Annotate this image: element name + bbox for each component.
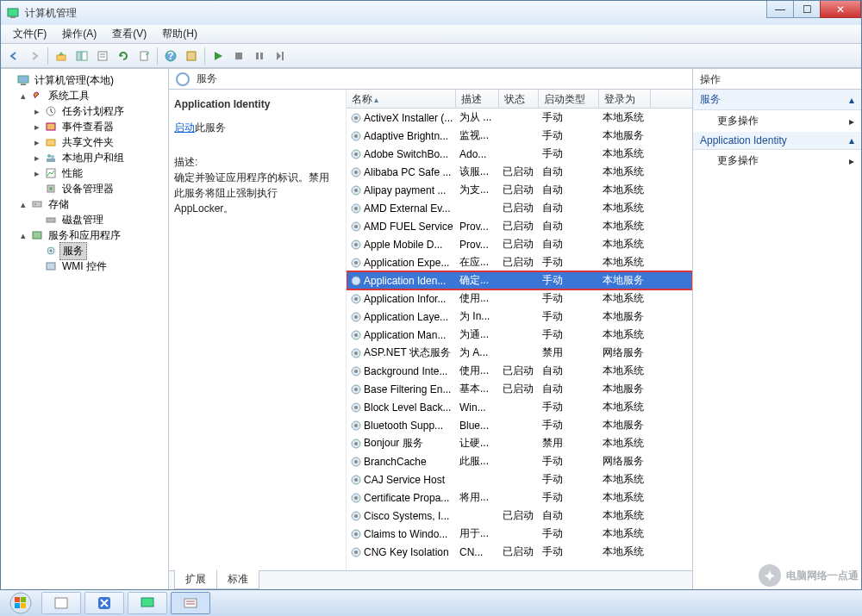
tree-root[interactable]: 计算机管理(本地) — [3, 72, 166, 88]
tree-disk-management[interactable]: 磁盘管理 — [30, 212, 166, 227]
svg-rect-92 — [184, 599, 197, 607]
svg-rect-91 — [141, 598, 153, 607]
wrench-icon — [30, 89, 44, 103]
svg-point-73 — [354, 460, 358, 464]
service-row[interactable]: Apple Mobile D...Prov...已启动自动本地系统 — [347, 235, 692, 253]
list-body[interactable]: ActiveX Installer (...为从 ...手动本地系统Adapti… — [347, 109, 692, 570]
titlebar[interactable]: 计算机管理 — ☐ ✕ — [1, 1, 861, 25]
service-row[interactable]: Application Iden...确定...手动本地服务 — [347, 271, 692, 289]
service-row[interactable]: Block Level Back...Win...手动本地系统 — [347, 398, 692, 416]
tree-services-apps[interactable]: ▴服务和应用程序 — [16, 227, 166, 243]
action-section-selected[interactable]: Application Identity▴ — [693, 132, 861, 150]
col-desc[interactable]: 描述 — [456, 90, 499, 108]
service-row[interactable]: Background Inte...使用...已启动自动本地系统 — [347, 362, 692, 380]
taskbar[interactable] — [0, 590, 862, 616]
action-section-services[interactable]: 服务▴ — [693, 90, 861, 110]
svg-point-26 — [49, 187, 53, 190]
service-row[interactable]: BranchCache此服...手动网络服务 — [347, 452, 692, 470]
minimize-button[interactable]: — — [766, 1, 794, 18]
desc-text: 确定并验证应用程序的标识。禁用此服务将阻止强制执行 AppLocker。 — [174, 170, 337, 216]
service-row[interactable]: CNG Key IsolationCN...已启动手动本地系统 — [347, 543, 692, 561]
service-row[interactable]: Application Expe...在应...已启动手动本地系统 — [347, 253, 692, 271]
tab-extended[interactable]: 扩展 — [174, 569, 217, 589]
service-row[interactable]: Certificate Propa...将用...手动本地系统 — [347, 488, 692, 507]
service-row[interactable]: Bonjour 服务让硬...禁用本地系统 — [347, 434, 692, 452]
tree-performance[interactable]: ▸性能 — [30, 165, 166, 181]
help-button[interactable]: ? — [161, 47, 180, 65]
perf-icon — [44, 166, 58, 180]
service-row[interactable]: Application Infor...使用...手动本地系统 — [347, 289, 692, 308]
service-row[interactable]: CAJ Service Host手动本地系统 — [347, 470, 692, 488]
properties-button[interactable] — [93, 47, 112, 65]
svg-point-39 — [354, 152, 358, 156]
action-more-1[interactable]: 更多操作▸ — [693, 110, 861, 132]
svg-rect-89 — [55, 598, 67, 608]
service-row[interactable]: ActiveX Installer (...为从 ...手动本地系统 — [347, 109, 692, 127]
refresh-icon[interactable] — [176, 72, 190, 86]
service-row[interactable]: Claims to Windo...用于...手动本地系统 — [347, 525, 692, 543]
col-logon[interactable]: 登录为 — [599, 90, 651, 108]
col-name[interactable]: 名称▴ — [347, 90, 456, 108]
service-row[interactable]: Application Laye...为 In...手动本地服务 — [347, 308, 692, 326]
tree-local-users[interactable]: ▸本地用户和组 — [30, 150, 166, 165]
service-row[interactable]: AMD FUEL ServiceProv...已启动自动本地系统 — [347, 217, 692, 235]
maximize-button[interactable]: ☐ — [793, 1, 821, 18]
task-item[interactable] — [84, 592, 124, 614]
service-row[interactable]: Adobe SwitchBo...Ado...手动本地系统 — [347, 145, 692, 163]
col-startup[interactable]: 启动类型 — [539, 90, 599, 108]
app-icon — [6, 6, 20, 20]
svg-rect-27 — [33, 202, 41, 207]
back-button[interactable] — [4, 47, 23, 65]
show-hide-tree-button[interactable] — [72, 47, 91, 65]
folder-icon — [44, 135, 58, 149]
export-button[interactable] — [134, 47, 153, 65]
task-item-active[interactable] — [171, 592, 210, 614]
start-service-link[interactable]: 启动 — [174, 121, 195, 134]
service-row[interactable]: Application Man...为通...手动本地系统 — [347, 326, 692, 344]
service-list[interactable]: 名称▴ 描述 状态 启动类型 登录为 ActiveX Installer (..… — [346, 90, 692, 570]
service-row[interactable]: Adaptive Brightn...监视...手动本地服务 — [347, 127, 692, 145]
tab-standard[interactable]: 标准 — [216, 570, 259, 589]
svg-point-55 — [354, 297, 358, 301]
tree-event-viewer[interactable]: ▸事件查看器 — [30, 119, 166, 134]
pause-service-button[interactable] — [250, 47, 269, 65]
service-row[interactable]: Base Filtering En...基本...已启动自动本地服务 — [347, 380, 692, 398]
refresh-button[interactable] — [114, 47, 133, 65]
tree-task-scheduler[interactable]: ▸任务计划程序 — [30, 103, 166, 119]
restart-service-button[interactable] — [271, 47, 290, 65]
clock-icon — [44, 104, 58, 118]
service-row[interactable]: Alibaba PC Safe ...该服...已启动自动本地系统 — [347, 163, 692, 181]
tree-pane[interactable]: 计算机管理(本地) ▴系统工具 ▸任务计划程序 ▸事件查看器 ▸共享文件夹 ▸本… — [1, 69, 169, 589]
menu-view[interactable]: 查看(V) — [105, 25, 153, 43]
window-title: 计算机管理 — [25, 6, 77, 21]
menu-file[interactable]: 文件(F) — [6, 25, 53, 43]
toolbar-icon[interactable] — [182, 47, 201, 65]
menu-action[interactable]: 操作(A) — [55, 25, 103, 43]
task-item[interactable] — [41, 592, 81, 614]
tree-device-manager[interactable]: 设备管理器 — [30, 181, 166, 196]
tree-system-tools[interactable]: ▴系统工具 — [16, 88, 166, 103]
start-service-button[interactable] — [209, 47, 228, 65]
tree-wmi[interactable]: WMI 控件 — [30, 258, 166, 274]
service-row[interactable]: AMD External Ev...已启动自动本地系统 — [347, 199, 692, 217]
tree-services[interactable]: 服务 — [30, 243, 166, 258]
svg-rect-2 — [57, 55, 66, 60]
close-button[interactable]: ✕ — [820, 1, 861, 18]
service-row[interactable]: Cisco Systems, I...已启动自动本地系统 — [347, 507, 692, 525]
menu-help[interactable]: 帮助(H) — [155, 25, 204, 43]
tree-storage[interactable]: ▴存储 — [16, 196, 166, 212]
up-button[interactable] — [52, 47, 71, 65]
stop-service-button[interactable] — [229, 47, 248, 65]
svg-rect-20 — [47, 140, 55, 146]
service-row[interactable]: Bluetooth Supp...Blue...手动本地服务 — [347, 416, 692, 434]
gear-icon — [44, 244, 58, 258]
svg-point-79 — [354, 514, 358, 518]
action-more-2[interactable]: 更多操作▸ — [693, 150, 861, 171]
task-item[interactable] — [128, 592, 167, 614]
forward-button[interactable] — [25, 47, 44, 65]
tree-shared-folders[interactable]: ▸共享文件夹 — [30, 134, 166, 150]
service-row[interactable]: ASP.NET 状态服务为 A...禁用网络服务 — [347, 344, 692, 362]
start-button[interactable] — [3, 592, 38, 614]
service-row[interactable]: Alipay payment ...为支...已启动自动本地系统 — [347, 181, 692, 199]
col-status[interactable]: 状态 — [499, 90, 539, 108]
